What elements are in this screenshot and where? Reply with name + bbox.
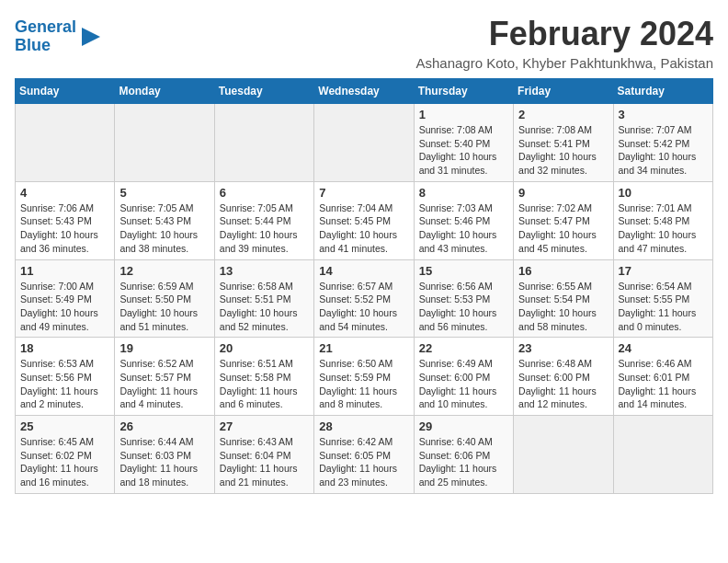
calendar-cell: 27Sunrise: 6:43 AMSunset: 6:04 PMDayligh…: [214, 416, 313, 494]
calendar-cell: 6Sunrise: 7:05 AMSunset: 5:44 PMDaylight…: [214, 181, 313, 259]
calendar-cell: 14Sunrise: 6:57 AMSunset: 5:52 PMDayligh…: [314, 259, 414, 338]
calendar-cell: [115, 104, 214, 182]
day-header-sunday: Sunday: [16, 79, 115, 104]
day-info: Sunrise: 7:05 AMSunset: 5:44 PMDaylight:…: [220, 201, 309, 256]
day-number: 10: [619, 186, 708, 200]
calendar-cell: 13Sunrise: 6:58 AMSunset: 5:51 PMDayligh…: [214, 259, 313, 338]
day-info: Sunrise: 7:03 AMSunset: 5:46 PMDaylight:…: [419, 201, 508, 256]
day-number: 11: [20, 264, 109, 278]
calendar-cell: 28Sunrise: 6:42 AMSunset: 6:05 PMDayligh…: [314, 416, 414, 494]
svg-marker-0: [82, 28, 100, 46]
calendar-cell: 29Sunrise: 6:40 AMSunset: 6:06 PMDayligh…: [414, 416, 513, 494]
calendar-week-5: 25Sunrise: 6:45 AMSunset: 6:02 PMDayligh…: [16, 416, 713, 494]
location-subtitle: Ashanagro Koto, Khyber Pakhtunkhwa, Paki…: [415, 55, 713, 71]
day-number: 14: [319, 264, 408, 278]
day-info: Sunrise: 7:05 AMSunset: 5:43 PMDaylight:…: [119, 201, 209, 256]
day-info: Sunrise: 6:50 AMSunset: 5:59 PMDaylight:…: [319, 357, 408, 411]
day-info: Sunrise: 6:51 AMSunset: 5:58 PMDaylight:…: [220, 357, 309, 411]
logo-text: General Blue: [15, 18, 76, 55]
calendar-cell: 22Sunrise: 6:49 AMSunset: 6:00 PMDayligh…: [414, 338, 513, 416]
day-number: 6: [220, 186, 309, 200]
logo-icon: [78, 24, 104, 50]
day-header-wednesday: Wednesday: [314, 79, 414, 104]
calendar-week-1: 1Sunrise: 7:08 AMSunset: 5:40 PMDaylight…: [16, 104, 713, 182]
day-info: Sunrise: 7:08 AMSunset: 5:41 PMDaylight:…: [518, 123, 608, 178]
day-number: 2: [518, 108, 608, 121]
calendar-cell: 18Sunrise: 6:53 AMSunset: 5:56 PMDayligh…: [16, 338, 115, 416]
calendar-cell: 7Sunrise: 7:04 AMSunset: 5:45 PMDaylight…: [314, 181, 414, 259]
day-number: 17: [619, 264, 708, 278]
day-info: Sunrise: 6:45 AMSunset: 6:02 PMDaylight:…: [20, 435, 109, 489]
day-info: Sunrise: 7:08 AMSunset: 5:40 PMDaylight:…: [419, 123, 508, 178]
day-info: Sunrise: 6:57 AMSunset: 5:52 PMDaylight:…: [319, 280, 408, 334]
day-info: Sunrise: 6:44 AMSunset: 6:03 PMDaylight:…: [119, 435, 209, 489]
calendar-cell: 19Sunrise: 6:52 AMSunset: 5:57 PMDayligh…: [115, 338, 214, 416]
calendar-cell: 25Sunrise: 6:45 AMSunset: 6:02 PMDayligh…: [16, 416, 115, 494]
calendar-cell: 17Sunrise: 6:54 AMSunset: 5:55 PMDayligh…: [613, 259, 712, 338]
day-number: 18: [20, 341, 109, 355]
calendar-cell: 5Sunrise: 7:05 AMSunset: 5:43 PMDaylight…: [115, 181, 214, 259]
day-info: Sunrise: 7:04 AMSunset: 5:45 PMDaylight:…: [319, 201, 408, 256]
calendar-cell: 4Sunrise: 7:06 AMSunset: 5:43 PMDaylight…: [16, 181, 115, 259]
calendar-cell: 9Sunrise: 7:02 AMSunset: 5:47 PMDaylight…: [514, 181, 613, 259]
calendar-cell: 10Sunrise: 7:01 AMSunset: 5:48 PMDayligh…: [613, 181, 712, 259]
day-number: 5: [119, 186, 209, 200]
day-number: 27: [220, 419, 309, 433]
calendar-cell: [514, 416, 613, 494]
title-section: February 2024 Ashanagro Koto, Khyber Pak…: [415, 15, 713, 71]
day-number: 21: [319, 341, 408, 355]
day-info: Sunrise: 6:58 AMSunset: 5:51 PMDaylight:…: [220, 280, 309, 334]
day-info: Sunrise: 6:52 AMSunset: 5:57 PMDaylight:…: [119, 357, 209, 411]
day-number: 16: [518, 264, 608, 278]
day-header-tuesday: Tuesday: [214, 79, 313, 104]
day-info: Sunrise: 7:07 AMSunset: 5:42 PMDaylight:…: [619, 123, 708, 178]
day-number: 26: [119, 419, 209, 433]
day-number: 3: [619, 108, 708, 121]
day-header-saturday: Saturday: [613, 79, 712, 104]
day-info: Sunrise: 6:49 AMSunset: 6:00 PMDaylight:…: [419, 357, 508, 411]
day-number: 22: [419, 341, 508, 355]
calendar-cell: 23Sunrise: 6:48 AMSunset: 6:00 PMDayligh…: [514, 338, 613, 416]
day-info: Sunrise: 7:06 AMSunset: 5:43 PMDaylight:…: [20, 201, 109, 256]
day-info: Sunrise: 7:00 AMSunset: 5:49 PMDaylight:…: [20, 280, 109, 334]
day-number: 4: [20, 186, 109, 200]
calendar-cell: [314, 104, 414, 182]
day-number: 20: [220, 341, 309, 355]
day-info: Sunrise: 6:48 AMSunset: 6:00 PMDaylight:…: [518, 357, 608, 411]
calendar-cell: 21Sunrise: 6:50 AMSunset: 5:59 PMDayligh…: [314, 338, 414, 416]
day-number: 12: [119, 264, 209, 278]
day-info: Sunrise: 6:53 AMSunset: 5:56 PMDaylight:…: [20, 357, 109, 411]
calendar-cell: 2Sunrise: 7:08 AMSunset: 5:41 PMDaylight…: [514, 104, 613, 182]
calendar-cell: 26Sunrise: 6:44 AMSunset: 6:03 PMDayligh…: [115, 416, 214, 494]
day-header-monday: Monday: [115, 79, 214, 104]
calendar-week-2: 4Sunrise: 7:06 AMSunset: 5:43 PMDaylight…: [16, 181, 713, 259]
calendar-cell: [613, 416, 712, 494]
day-info: Sunrise: 6:56 AMSunset: 5:53 PMDaylight:…: [419, 280, 508, 334]
calendar-cell: 16Sunrise: 6:55 AMSunset: 5:54 PMDayligh…: [514, 259, 613, 338]
calendar-cell: 3Sunrise: 7:07 AMSunset: 5:42 PMDaylight…: [613, 104, 712, 182]
day-number: 1: [419, 108, 508, 121]
day-info: Sunrise: 6:55 AMSunset: 5:54 PMDaylight:…: [518, 280, 608, 334]
calendar-cell: 15Sunrise: 6:56 AMSunset: 5:53 PMDayligh…: [414, 259, 513, 338]
day-header-thursday: Thursday: [414, 79, 513, 104]
day-header-friday: Friday: [514, 79, 613, 104]
day-info: Sunrise: 7:01 AMSunset: 5:48 PMDaylight:…: [619, 201, 708, 256]
calendar-cell: 8Sunrise: 7:03 AMSunset: 5:46 PMDaylight…: [414, 181, 513, 259]
day-number: 23: [518, 341, 608, 355]
day-number: 25: [20, 419, 109, 433]
calendar-cell: 1Sunrise: 7:08 AMSunset: 5:40 PMDaylight…: [414, 104, 513, 182]
day-number: 8: [419, 186, 508, 200]
day-info: Sunrise: 6:54 AMSunset: 5:55 PMDaylight:…: [619, 280, 708, 334]
day-number: 29: [419, 419, 508, 433]
day-number: 13: [220, 264, 309, 278]
calendar-header: SundayMondayTuesdayWednesdayThursdayFrid…: [16, 79, 713, 104]
calendar-cell: 20Sunrise: 6:51 AMSunset: 5:58 PMDayligh…: [214, 338, 313, 416]
calendar-week-3: 11Sunrise: 7:00 AMSunset: 5:49 PMDayligh…: [16, 259, 713, 338]
calendar-cell: 12Sunrise: 6:59 AMSunset: 5:50 PMDayligh…: [115, 259, 214, 338]
month-title: February 2024: [415, 15, 713, 53]
day-number: 15: [419, 264, 508, 278]
day-info: Sunrise: 6:43 AMSunset: 6:04 PMDaylight:…: [220, 435, 309, 489]
day-info: Sunrise: 6:42 AMSunset: 6:05 PMDaylight:…: [319, 435, 408, 489]
day-number: 28: [319, 419, 408, 433]
day-number: 24: [619, 341, 708, 355]
